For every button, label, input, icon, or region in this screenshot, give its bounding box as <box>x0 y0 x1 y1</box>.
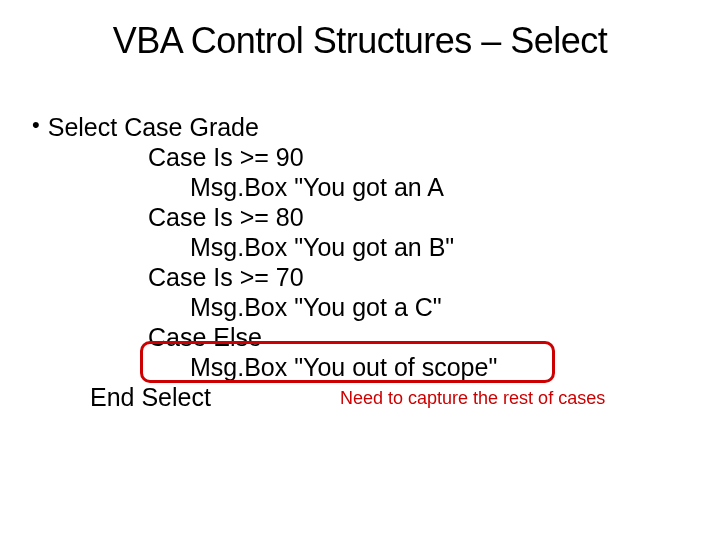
code-text: Select Case Grade <box>48 112 259 142</box>
bullet-icon: • <box>32 112 40 138</box>
slide-title: VBA Control Structures – Select <box>50 20 670 62</box>
code-line-msg4: Msg.Box "You out of scope" <box>50 352 670 382</box>
code-line-select: • Select Case Grade <box>50 112 670 142</box>
annotation-text: Need to capture the rest of cases <box>340 388 605 410</box>
code-line-msg3: Msg.Box "You got a C" <box>50 292 670 322</box>
code-block: • Select Case Grade Case Is >= 90 Msg.Bo… <box>50 112 670 412</box>
code-line-msg2: Msg.Box "You got an B" <box>50 232 670 262</box>
code-line-msg1: Msg.Box "You got an A <box>50 172 670 202</box>
code-line-case3: Case Is >= 70 <box>50 262 670 292</box>
slide: VBA Control Structures – Select • Select… <box>0 0 720 540</box>
code-line-case2: Case Is >= 80 <box>50 202 670 232</box>
code-line-case-else: Case Else <box>50 322 670 352</box>
code-line-case1: Case Is >= 90 <box>50 142 670 172</box>
